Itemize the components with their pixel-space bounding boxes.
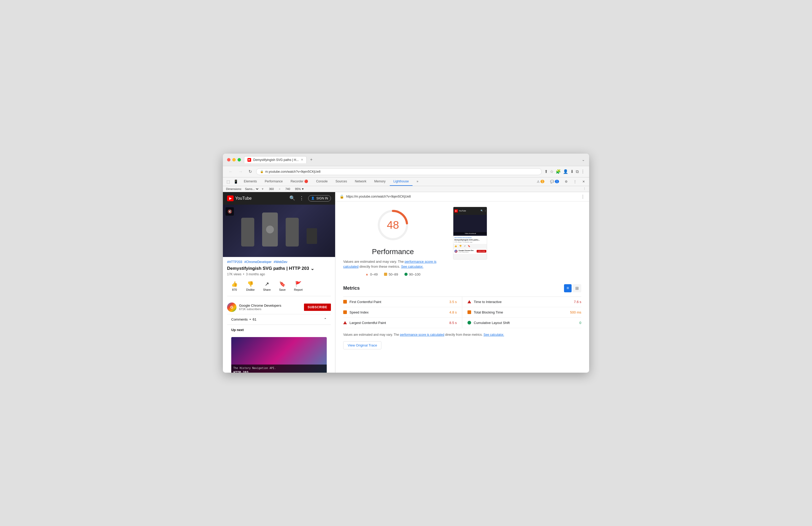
si-name: Speed Index: [349, 310, 447, 314]
comments-label: Comments • 61: [231, 317, 256, 321]
youtube-search-icon[interactable]: 🔍: [289, 195, 295, 201]
share-icon[interactable]: ⬆: [545, 169, 548, 174]
youtube-actions: 👍 870 👎 Dislike ↗ Share 🔖: [227, 279, 331, 296]
devtools-close-button[interactable]: ✕: [580, 179, 587, 184]
calculator-link[interactable]: See calculator.: [401, 265, 423, 269]
legend-average: 50–89: [384, 272, 398, 276]
close-window-button[interactable]: [227, 158, 231, 161]
profile-icon[interactable]: 👤: [563, 169, 568, 174]
device-toggle-button[interactable]: 📱: [232, 179, 240, 185]
save-label: Save: [279, 288, 286, 291]
youtube-tag-webdev[interactable]: #WebDev: [274, 260, 287, 264]
share-button[interactable]: ↗ Share: [259, 279, 275, 293]
lighthouse-url-more[interactable]: ⋮: [581, 194, 585, 199]
devtools-tab-elements[interactable]: Elements: [240, 177, 261, 186]
youtube-tag-http203[interactable]: #HTTP203: [227, 260, 242, 264]
title-bar: ▶ Demystifyingish SVG paths | H... ✕ + ⌄: [223, 154, 589, 166]
up-next-label: Up next: [227, 325, 331, 335]
browser-tab-active[interactable]: ▶ Demystifyingish SVG paths | H... ✕: [244, 156, 307, 163]
bookmark-icon[interactable]: ☆: [550, 169, 553, 174]
comments-expand-icon: ⌃: [324, 317, 327, 321]
width-input[interactable]: [266, 187, 276, 190]
expand-title-icon[interactable]: ⌄: [310, 266, 314, 271]
like-button[interactable]: 👍 870: [227, 279, 242, 293]
address-input[interactable]: 🔒 m.youtube.com/watch?v=9qen5CKjUe8: [256, 168, 542, 175]
youtube-logo: ▶ YouTube: [227, 196, 252, 201]
mute-icon[interactable]: 🔇: [226, 207, 234, 216]
fcp-value: 3.5 s: [449, 300, 457, 304]
legend-fail-label: 0–49: [370, 272, 378, 276]
youtube-comments-row[interactable]: Comments • 61 ⌃: [227, 314, 331, 325]
subscribe-button[interactable]: SUBSCRIBE: [304, 303, 331, 311]
devtools-more-button[interactable]: ⋮: [571, 179, 579, 184]
report-label: Report: [294, 288, 303, 291]
grid-view-button[interactable]: ⊞: [572, 284, 581, 292]
minimize-window-button[interactable]: [232, 158, 236, 161]
metrics-title: Metrics: [343, 285, 360, 291]
address-bar: ← → ↻ 🔒 m.youtube.com/watch?v=9qen5CKjUe…: [223, 166, 589, 177]
metrics-header: Metrics ≡ ⊞: [343, 284, 581, 292]
window-more-button[interactable]: ⌄: [582, 158, 585, 162]
lighthouse-screenshot: ▶ YouTube 🔍 ⋮ Video thumbnail: [453, 207, 487, 260]
gauge-score: 48: [387, 219, 399, 231]
dim-x: ×: [279, 187, 280, 190]
footer-calc-link[interactable]: See calculator.: [483, 333, 504, 337]
channel-name[interactable]: Google Chrome Developers: [239, 303, 301, 308]
devtools-tab-lighthouse[interactable]: Lighthouse: [390, 177, 412, 186]
dimensions-label: Dimensions:: [226, 187, 242, 190]
devtools-tab-bar: ⬚ 📱 Elements Performance Recorder 🔴 Cons…: [223, 177, 589, 186]
menu-icon[interactable]: ⋮: [581, 169, 585, 174]
dislike-button[interactable]: 👎 Dislike: [242, 279, 259, 293]
thumbnail-bg: [223, 205, 335, 257]
devtools-tab-recorder[interactable]: Recorder 🔴: [287, 177, 312, 186]
devtools-info-badge[interactable]: 💬 1: [548, 179, 561, 184]
devtools-tab-performance[interactable]: Performance: [261, 177, 287, 186]
device-select[interactable]: Sams...: [244, 187, 259, 191]
zoom-control[interactable]: 95% ▼: [295, 187, 304, 190]
devtools-warning-badge[interactable]: ⚠ 1: [535, 179, 547, 184]
metric-si: Speed Index 4.8 s: [343, 307, 462, 318]
devtools-tab-more[interactable]: »: [413, 177, 422, 186]
youtube-panel: ▶ YouTube 🔍 ⋮ 👤 SIGN IN: [223, 192, 335, 373]
youtube-tags: #HTTP203 #ChromeDeveloper #WebDev: [227, 260, 331, 264]
youtube-mobile-view: ▶ YouTube 🔍 ⋮ 👤 SIGN IN: [223, 192, 335, 373]
si-icon: [343, 310, 347, 314]
maximize-window-button[interactable]: [237, 158, 241, 161]
refresh-button[interactable]: ↻: [247, 169, 253, 174]
height-input[interactable]: [282, 187, 293, 190]
browser-window: ▶ Demystifyingish SVG paths | H... ✕ + ⌄…: [223, 154, 589, 373]
devtools-settings-button[interactable]: ⚙: [563, 179, 570, 184]
footer-perf-link[interactable]: performance score is calculated: [400, 333, 444, 337]
dimensions-more-button[interactable]: ⋮: [583, 187, 586, 190]
save-button[interactable]: 🔖 Save: [275, 279, 290, 293]
forward-button[interactable]: →: [237, 169, 244, 174]
devtools-tab-sources[interactable]: Sources: [332, 177, 350, 186]
channel-avatar: G: [227, 302, 236, 312]
tab-close-button[interactable]: ✕: [301, 158, 303, 161]
devtools-toggle-icon[interactable]: ⧉: [576, 169, 579, 174]
youtube-menu-icon[interactable]: ⋮: [299, 195, 304, 201]
channel-info: Google Chrome Developers 671K subscriber…: [239, 303, 301, 311]
extensions-icon[interactable]: 🧩: [556, 169, 561, 174]
devtools-tab-console[interactable]: Console: [313, 177, 331, 186]
view-original-trace-button[interactable]: View Original Trace: [343, 341, 381, 350]
legend-pass-label: 90–100: [409, 272, 420, 276]
devtools-tab-network[interactable]: Network: [351, 177, 370, 186]
report-button[interactable]: 🚩 Report: [290, 279, 307, 293]
performance-title: Performance: [372, 247, 414, 256]
back-button[interactable]: ←: [227, 169, 234, 174]
youtube-video-thumbnail: 🔇: [223, 205, 335, 257]
youtube-tag-chromedeveloper[interactable]: #ChromeDeveloper: [244, 260, 272, 264]
youtube-account-icon[interactable]: 👤 SIGN IN: [308, 195, 331, 201]
dimensions-bar: Dimensions: Sams... ▼ × 95% ▼ ⋮: [223, 186, 589, 192]
tti-value: 7.6 s: [574, 300, 581, 304]
inspect-element-button[interactable]: ⬚: [225, 179, 232, 185]
next-video-thumbnail[interactable]: The History Navigation API. HTTP 203: [231, 337, 327, 373]
list-view-button[interactable]: ≡: [564, 284, 571, 292]
devtools-tab-memory[interactable]: Memory: [371, 177, 389, 186]
download-icon[interactable]: ⬇: [570, 169, 574, 174]
like-icon: 👍: [231, 281, 238, 287]
new-tab-button[interactable]: +: [308, 156, 315, 163]
zoom-dropdown-icon: ▼: [301, 187, 304, 190]
fcp-icon: [343, 300, 347, 303]
